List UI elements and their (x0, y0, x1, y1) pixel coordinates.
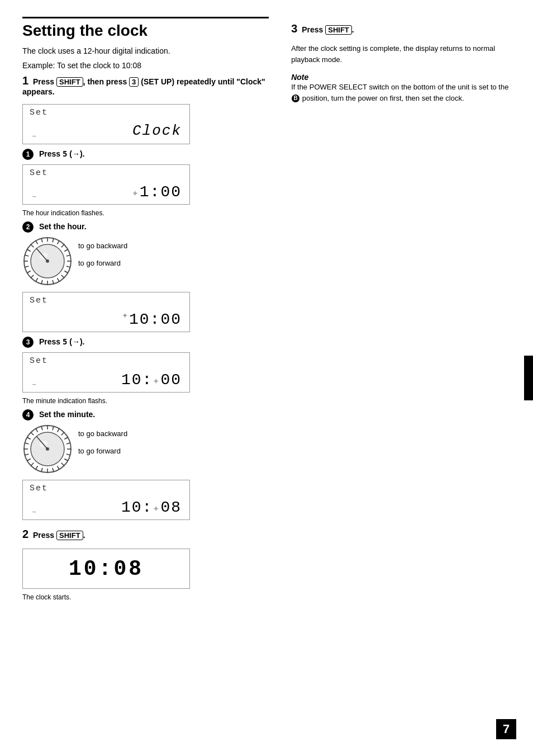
step-3-number: 3 (291, 22, 297, 35)
dial-minute-labels: to go backward to go forward (73, 424, 127, 464)
svg-line-49 (25, 443, 28, 444)
lcd-arrow-2: → (31, 193, 37, 200)
svg-line-23 (36, 241, 38, 244)
svg-line-5 (64, 249, 68, 252)
svg-line-11 (58, 278, 60, 281)
lcd-set-label-5: Set (30, 484, 48, 493)
svg-line-37 (66, 454, 70, 455)
svg-line-31 (53, 426, 54, 430)
intro-text: The clock uses a 12-hour digital indicat… (22, 46, 269, 55)
example-text: Example: To set the clock to 10:08 (22, 61, 269, 70)
svg-line-35 (66, 443, 70, 444)
dial-minute-backward: to go backward (78, 429, 127, 438)
lcd-1-00: Set ✦1:00 → (22, 164, 190, 205)
svg-line-8 (66, 266, 70, 267)
sub-step-4-num: 4 (22, 409, 34, 420)
dial-hour-backward: to go backward (78, 242, 127, 250)
lcd-10-08-set-value: 10:✦08 (121, 499, 182, 516)
svg-line-3 (58, 241, 60, 244)
step-1-label: Press SHIFT, then press 3 (SET UP) repea… (22, 77, 265, 96)
step-1: 1 Press SHIFT, then press 3 (SET UP) rep… (22, 74, 269, 96)
sub-step-3-label: Press 5 (→). (39, 337, 85, 346)
dial-minute-forward: to go forward (78, 447, 127, 455)
svg-line-20 (25, 255, 28, 256)
caption-minute-flash: The minute indication flashs. (22, 397, 269, 405)
svg-line-15 (36, 278, 38, 281)
note-text-part2: position, turn the power on first, then … (300, 94, 464, 102)
lcd-set-label-3: Set (30, 296, 48, 305)
caption-clock-starts: The clock starts. (22, 593, 269, 601)
svg-line-2 (53, 238, 54, 242)
step-3-label: Press SHIFT. (302, 25, 354, 34)
svg-line-12 (53, 280, 54, 284)
shift-key-3: SHIFT (325, 25, 352, 35)
step-1-number: 1 (22, 74, 28, 87)
lcd-arrow-3: → (31, 381, 37, 388)
dial-hour: to go backward to go forward (22, 236, 269, 286)
lcd-arrow-4: → (31, 508, 37, 515)
lcd-10-00-min: Set 10:✦00 → (22, 352, 190, 393)
svg-line-41 (53, 468, 54, 472)
svg-line-18 (25, 266, 28, 267)
key-5-1: 5 (63, 149, 67, 158)
sub-step-2: 2 Set the hour. (22, 221, 269, 233)
sub-step-3-num: 3 (22, 337, 34, 348)
step-2-number: 2 (22, 528, 28, 540)
note-title: Note (291, 73, 516, 82)
step-3-after: After the clock setting is complete, the… (291, 43, 516, 65)
b-icon: B (292, 94, 299, 102)
page-number: 7 (496, 719, 516, 739)
svg-line-45 (31, 463, 34, 466)
lcd-clock-value: Clock (132, 122, 182, 139)
lcd-set-label-2: Set (30, 168, 48, 178)
dial-icon-hour (22, 236, 73, 286)
svg-line-16 (31, 275, 34, 278)
sub-step-1: 1 Press 5 (→). (22, 149, 269, 160)
svg-line-46 (27, 459, 31, 461)
sub-step-1-num: 1 (22, 149, 34, 160)
lcd-clock-display: Set Clock → (22, 104, 190, 144)
sub-step-4-label: Set the minute. (39, 410, 95, 419)
svg-line-38 (64, 459, 68, 461)
svg-line-50 (27, 437, 31, 440)
note-text: If the POWER SELECT switch on the bottom… (291, 82, 516, 103)
dial-hour-forward: to go forward (78, 259, 127, 267)
lcd-set-label-1: Set (30, 108, 48, 117)
svg-line-32 (58, 429, 60, 432)
svg-line-9 (64, 271, 68, 273)
lcd-arrow-1: → (31, 133, 37, 139)
step-2-label: Press SHIFT. (33, 531, 85, 540)
key-3: 3 (129, 77, 139, 87)
svg-line-51 (31, 432, 34, 435)
lcd-10-08-set: Set 10:✦08 → (22, 480, 190, 520)
svg-line-6 (66, 255, 70, 256)
svg-line-34 (64, 437, 68, 440)
svg-line-44 (36, 466, 38, 469)
sub-step-3: 3 Press 5 (→). (22, 337, 269, 348)
key-5-2: 5 (63, 337, 67, 346)
lcd-10-08-final-value: 10:08 (69, 557, 144, 581)
step-3: 3 Press SHIFT. (291, 22, 516, 35)
sub-step-2-label: Set the hour. (39, 222, 87, 231)
shift-key-2: SHIFT (56, 531, 83, 540)
svg-line-17 (27, 271, 31, 273)
dial-icon-minute (22, 424, 73, 474)
svg-line-47 (25, 454, 28, 455)
caption-hour-flash: The hour indication flashes. (22, 209, 269, 217)
step-2: 2 Press SHIFT. (22, 528, 269, 541)
svg-line-39 (61, 463, 64, 466)
dial-minute: to go backward to go forward (22, 424, 269, 474)
lcd-10-00-value: ✦10:00 (122, 309, 182, 328)
page-title: Setting the clock (22, 17, 269, 40)
side-tab (524, 356, 533, 400)
lcd-set-label-4: Set (30, 356, 48, 366)
svg-line-24 (41, 238, 42, 242)
svg-line-4 (61, 244, 64, 247)
dial-hour-labels: to go backward to go forward (73, 236, 127, 276)
svg-line-10 (61, 275, 64, 278)
note-section: Note If the POWER SELECT switch on the b… (291, 73, 516, 103)
lcd-1-00-value: ✦1:00 (132, 183, 182, 201)
lcd-10-00-min-value: 10:✦00 (121, 371, 182, 389)
svg-line-40 (58, 466, 60, 469)
svg-line-33 (61, 432, 64, 435)
